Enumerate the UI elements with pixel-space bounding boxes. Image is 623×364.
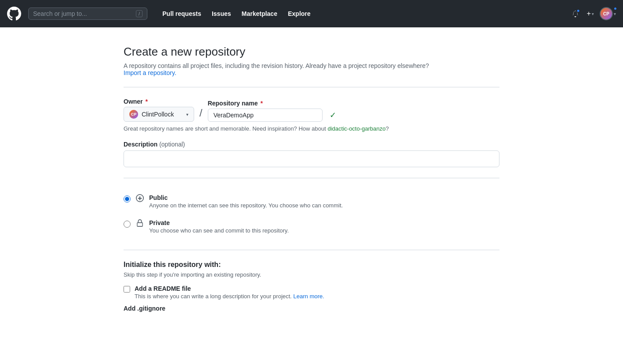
search-bar[interactable]: / bbox=[28, 8, 147, 20]
readme-checkbox[interactable] bbox=[124, 286, 130, 293]
notifications-button[interactable] bbox=[570, 8, 581, 19]
public-desc: Anyone on the internet can see this repo… bbox=[149, 202, 343, 209]
init-title: Initialize this repository with: bbox=[124, 261, 499, 269]
kbd-slash: / bbox=[136, 10, 143, 17]
repo-name-field-row: ✓ bbox=[208, 109, 336, 122]
readme-option: Add a README file This is where you can … bbox=[124, 285, 499, 300]
notification-dot bbox=[576, 9, 580, 13]
owner-chevron-icon: ▾ bbox=[186, 112, 188, 117]
owner-avatar: CP bbox=[129, 110, 138, 119]
public-option[interactable]: Public Anyone on the internet can see th… bbox=[124, 189, 499, 214]
repo-name-input[interactable] bbox=[208, 109, 323, 122]
repo-name-required-star: * bbox=[260, 100, 263, 107]
owner-required-star: * bbox=[145, 98, 147, 105]
avatar-chevron: ▾ bbox=[614, 11, 616, 16]
public-content: Public Anyone on the internet can see th… bbox=[149, 194, 343, 209]
import-repo-link[interactable]: Import a repository. bbox=[124, 69, 176, 76]
new-menu-button[interactable]: + ▾ bbox=[585, 8, 596, 20]
navbar-right: + ▾ CP ▾ bbox=[570, 7, 616, 20]
repo-name-group: Repository name * ✓ bbox=[208, 100, 336, 122]
github-logo[interactable] bbox=[7, 7, 21, 21]
name-hint: Great repository names are short and mem… bbox=[124, 125, 499, 132]
owner-select[interactable]: CP ClintPollock ▾ bbox=[124, 107, 194, 122]
name-suggestion-link[interactable]: didactic-octo-garbanzo bbox=[327, 125, 386, 132]
page-title: Create a new repository bbox=[124, 45, 499, 59]
readme-desc: This is where you can write a long descr… bbox=[135, 293, 324, 300]
section-divider-3 bbox=[124, 250, 499, 250]
readme-learn-more-link[interactable]: Learn more. bbox=[293, 293, 324, 300]
description-section: Description (optional) bbox=[124, 141, 499, 167]
init-subtitle: Skip this step if you're importing an ex… bbox=[124, 271, 499, 278]
slash-container: / bbox=[198, 107, 204, 122]
owner-label: Owner * bbox=[124, 98, 194, 105]
owner-group: Owner * CP ClintPollock ▾ bbox=[124, 98, 194, 122]
private-desc: You choose who can see and commit to thi… bbox=[149, 227, 289, 234]
avatar-image: CP bbox=[600, 8, 612, 19]
repo-name-valid-icon: ✓ bbox=[330, 110, 336, 120]
slash-divider: / bbox=[198, 107, 204, 121]
plus-icon: + bbox=[587, 10, 591, 18]
private-content: Private You choose who can see and commi… bbox=[149, 219, 289, 234]
avatar-container: CP ▾ bbox=[600, 7, 616, 20]
primary-nav: Pull requests Issues Marketplace Explore bbox=[158, 7, 315, 21]
public-radio[interactable] bbox=[124, 195, 131, 203]
section-divider-2 bbox=[124, 178, 499, 178]
public-icon bbox=[136, 194, 144, 204]
section-divider-1 bbox=[124, 87, 499, 87]
main-content: Create a new repository A repository con… bbox=[113, 27, 510, 338]
public-label: Public bbox=[149, 194, 343, 201]
page-subtitle: A repository contains all project files,… bbox=[124, 62, 499, 76]
private-label: Private bbox=[149, 219, 289, 226]
nav-pull-requests[interactable]: Pull requests bbox=[158, 7, 206, 21]
repo-name-label: Repository name * bbox=[208, 100, 336, 107]
visibility-section: Public Anyone on the internet can see th… bbox=[124, 189, 499, 239]
description-optional: (optional) bbox=[159, 141, 185, 148]
chevron-down-icon: ▾ bbox=[592, 11, 594, 16]
nav-issues[interactable]: Issues bbox=[207, 7, 236, 21]
readme-content: Add a README file This is where you can … bbox=[135, 285, 324, 300]
nav-explore[interactable]: Explore bbox=[283, 7, 315, 21]
private-icon bbox=[136, 219, 144, 229]
description-input[interactable] bbox=[124, 150, 499, 167]
initialize-section: Initialize this repository with: Skip th… bbox=[124, 261, 499, 300]
gitignore-label: Add .gitignore bbox=[124, 305, 499, 312]
description-label: Description (optional) bbox=[124, 141, 499, 148]
private-radio[interactable] bbox=[124, 221, 131, 228]
navbar: / Pull requests Issues Marketplace Explo… bbox=[0, 0, 623, 27]
owner-value: ClintPollock bbox=[142, 111, 174, 118]
readme-label: Add a README file bbox=[135, 285, 324, 292]
private-option[interactable]: Private You choose who can see and commi… bbox=[124, 214, 499, 239]
user-avatar-button[interactable]: CP bbox=[600, 7, 613, 20]
search-input[interactable] bbox=[33, 10, 132, 17]
owner-repo-row: Owner * CP ClintPollock ▾ / Repository n… bbox=[124, 98, 499, 122]
avatar-notification-dot bbox=[613, 7, 617, 11]
nav-marketplace[interactable]: Marketplace bbox=[237, 7, 282, 21]
